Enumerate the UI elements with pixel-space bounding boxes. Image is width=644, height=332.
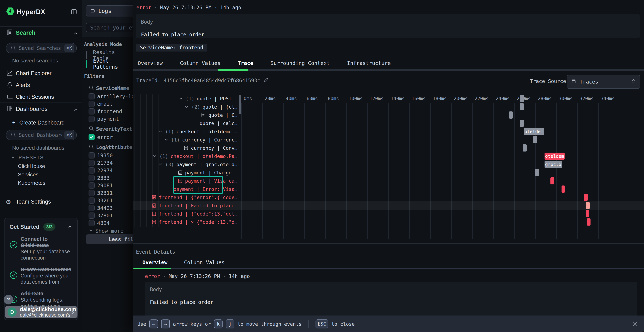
facet-value-32311[interactable]: 32311: [88, 190, 133, 196]
span-tree-row[interactable]: (1)checkout | oteldemo.Pa…: [133, 152, 238, 160]
facet-value-error[interactable]: error: [88, 134, 133, 140]
span-duration-bar[interactable]: oteldem: [524, 128, 544, 135]
span-duration-bar[interactable]: [562, 186, 565, 193]
arrow-right-key[interactable]: →: [161, 320, 170, 328]
facet-value-21734[interactable]: 21734: [88, 160, 133, 166]
checkbox-icon[interactable]: [88, 152, 95, 158]
span-duration-bar[interactable]: oteldem: [544, 152, 564, 160]
event-search-field[interactable]: [90, 24, 133, 31]
saved-dashboards-input[interactable]: ⌘K: [6, 130, 77, 140]
span-duration-bar[interactable]: [523, 144, 527, 152]
span-tree-row[interactable]: quote | C…: [133, 111, 238, 119]
service-name-tag[interactable]: ServiceName: frontend: [136, 44, 207, 52]
checkbox-icon[interactable]: [88, 220, 95, 226]
span-duration-bar[interactable]: [586, 210, 589, 217]
tab-surrounding-context[interactable]: Surrounding Context: [270, 58, 330, 69]
event-details-tab-column-values[interactable]: Column Values: [184, 257, 225, 268]
sidebar-item-client-sessions[interactable]: Client Sessions: [16, 94, 54, 100]
source-select[interactable]: Logs: [86, 5, 133, 16]
chevron-down-icon[interactable]: [152, 154, 157, 159]
checkbox-icon[interactable]: [88, 198, 95, 204]
checkbox-icon[interactable]: [88, 190, 95, 196]
span-duration-bar[interactable]: [586, 202, 590, 209]
event-search-input[interactable]: [86, 23, 133, 32]
sidebar-preset-services[interactable]: Services: [18, 170, 45, 179]
sidebar-preset-kubernetes[interactable]: Kubernetes: [18, 179, 45, 187]
span-tree-row[interactable]: frontend | × {"code":13,"d…: [133, 218, 238, 226]
sidebar-preset-clickhouse[interactable]: ClickHouse: [18, 162, 45, 170]
chevron-down-icon[interactable]: [164, 137, 169, 142]
help-button[interactable]: ?: [4, 295, 13, 304]
close-icon[interactable]: [631, 320, 639, 328]
chevron-down-icon[interactable]: [158, 129, 163, 134]
search-collapse-chevron-icon[interactable]: [73, 31, 78, 37]
user-menu[interactable]: D dale@clickhouse.com dale@clickhouse.co…: [5, 306, 78, 318]
span-tree-row[interactable]: (1)quote | POST …: [133, 94, 238, 103]
checkbox-icon[interactable]: [88, 94, 95, 100]
span-tree-row[interactable]: frontend | Failed to place…: [133, 202, 238, 210]
checkbox-icon[interactable]: [88, 101, 95, 107]
saved-searches-field[interactable]: [18, 45, 62, 51]
sidebar-item-alerts[interactable]: Alerts: [16, 82, 30, 88]
edit-pencil-icon[interactable]: [263, 77, 269, 84]
event-details-tab-overview[interactable]: Overview: [142, 257, 168, 268]
facet-value-34423[interactable]: 34423: [88, 205, 133, 211]
tree-scrollbar-thumb[interactable]: [239, 95, 240, 114]
span-duration-bar[interactable]: [584, 194, 588, 201]
span-tree-row[interactable]: payment | Charge …: [133, 168, 238, 177]
facet-value-22974[interactable]: 22974: [88, 167, 133, 174]
facet-value-37801[interactable]: 37801: [88, 212, 133, 219]
checkbox-icon[interactable]: [88, 182, 95, 188]
span-duration-bar[interactable]: [520, 95, 524, 102]
j-key[interactable]: j: [226, 320, 234, 328]
checkbox-icon[interactable]: [88, 116, 95, 122]
facet-value-payment[interactable]: payment: [88, 116, 133, 122]
get-started-collapse-icon[interactable]: [68, 224, 72, 230]
chevron-down-icon[interactable]: [184, 104, 189, 109]
span-tree-row[interactable]: quote | calc…: [133, 119, 238, 127]
facet-value-2333[interactable]: 2333: [88, 175, 133, 181]
chevron-down-icon[interactable]: [158, 162, 163, 167]
checkbox-icon[interactable]: [88, 108, 95, 114]
checkbox-icon[interactable]: [88, 168, 95, 174]
facet-value-29081[interactable]: 29081: [88, 182, 133, 189]
checkbox-icon[interactable]: [88, 175, 95, 181]
span-tree-row[interactable]: (1)checkout | oteldemo.…: [133, 127, 238, 136]
sidebar-item-search[interactable]: Search: [16, 29, 36, 36]
tab-infrastructure[interactable]: Infrastructure: [347, 58, 391, 69]
get-started-item[interactable]: Connect to ClickHouseSet up your databas…: [10, 236, 72, 261]
facet-value-email[interactable]: email: [88, 101, 133, 107]
span-duration-bar[interactable]: [535, 169, 539, 176]
trace-source-select[interactable]: Traces: [567, 75, 640, 89]
sidebar-item-chart-explorer[interactable]: Chart Explorer: [16, 70, 52, 76]
span-duration-bar[interactable]: [587, 218, 590, 226]
k-key[interactable]: k: [214, 320, 222, 328]
tab-overview[interactable]: Overview: [138, 58, 163, 69]
checkbox-icon[interactable]: [88, 212, 95, 218]
create-dashboard-button[interactable]: + Create Dashboard: [12, 120, 64, 126]
span-duration-bar[interactable]: [550, 177, 554, 184]
presets-header[interactable]: PRESETS: [11, 155, 44, 160]
facet-value-frontend[interactable]: frontend: [88, 108, 133, 115]
chevron-down-icon[interactable]: [178, 96, 183, 101]
checkbox-checked-icon[interactable]: [88, 134, 95, 140]
span-tree-row[interactable]: (3)payment | grpc.oteld…: [133, 160, 238, 168]
get-started-item[interactable]: Create Data SourcesConfigure where your …: [10, 266, 72, 285]
saved-searches-input[interactable]: ⌘K: [6, 43, 77, 53]
mode-event-patterns[interactable]: Event Patterns: [93, 60, 133, 68]
dashboards-collapse-chevron-icon[interactable]: [73, 107, 78, 113]
facet-value-artillery-loa[interactable]: artillery-loa: [88, 93, 133, 100]
span-tree-row[interactable]: (1)currency | Currenc…: [133, 136, 238, 144]
less-filters-button[interactable]: Less fil: [86, 234, 133, 244]
span-duration-bar[interactable]: [520, 103, 524, 110]
facet-value-19350[interactable]: 19350: [88, 152, 133, 159]
span-duration-bar[interactable]: grpc.o: [544, 161, 562, 168]
span-duration-bar[interactable]: [509, 112, 513, 118]
saved-dashboards-field[interactable]: [18, 132, 62, 138]
checkbox-icon[interactable]: [88, 205, 95, 211]
facet-value-4894[interactable]: 4894: [88, 220, 133, 226]
sidebar-item-dashboards[interactable]: Dashboards: [16, 106, 48, 112]
sidebar-item-team-settings[interactable]: Team Settings: [16, 198, 51, 205]
tab-column-values[interactable]: Column Values: [180, 58, 220, 69]
span-duration-bar[interactable]: [533, 136, 537, 143]
